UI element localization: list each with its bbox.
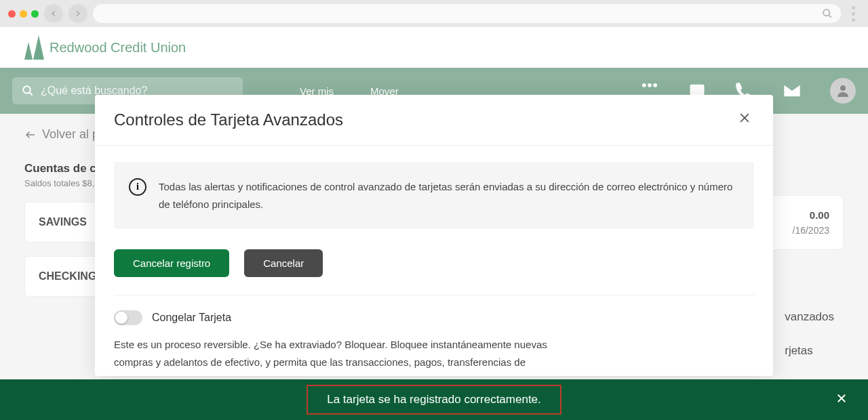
svg-line-1 [829,15,831,18]
window-controls[interactable] [8,10,39,18]
info-icon: i [129,178,146,196]
svg-line-3 [29,92,33,96]
browser-toolbar [0,0,868,27]
mail-icon[interactable] [783,81,802,100]
person-icon [835,83,851,99]
svg-point-2 [23,86,31,93]
svg-point-0 [823,9,829,16]
browser-menu-icon[interactable] [846,6,860,22]
url-bar[interactable] [93,4,841,23]
info-text: Todas las alertas y notificaciones de co… [159,178,739,213]
logo-text: Redwood Credit Union [50,40,186,56]
search-icon [822,8,833,19]
advanced-card-controls-modal: Controles de Tarjeta Avanzados i Todas l… [95,95,773,376]
svg-point-8 [840,85,846,91]
svg-point-5 [648,83,652,87]
back-arrow-icon[interactable] [44,4,63,23]
modal-actions: Cancelar registro Cancelar [114,249,754,295]
svg-point-4 [642,83,646,87]
forward-arrow-icon[interactable] [68,4,87,23]
modal-header: Controles de Tarjeta Avanzados [95,95,773,146]
modal-title: Controles de Tarjeta Avanzados [114,110,343,129]
freeze-card-row: Congelar Tarjeta [114,310,754,325]
logo-mark-icon [24,35,44,60]
link-avanzados[interactable]: vanzados [785,310,834,324]
cancel-registration-button[interactable]: Cancelar registro [114,249,229,277]
link-tarjetas[interactable]: rjetas [785,344,834,358]
toast-message: La tarjeta se ha registrado correctament… [307,385,561,415]
freeze-card-toggle[interactable] [114,310,142,325]
success-toast: La tarjeta se ha registrado correctament… [0,379,868,420]
balance-label: Saldos totales [24,178,82,188]
freeze-card-label: Congelar Tarjeta [152,312,231,324]
back-link-label: Volver al p [42,127,99,142]
svg-rect-7 [690,85,705,96]
logo[interactable]: Redwood Credit Union [24,35,186,60]
site-header: Redwood Credit Union [0,27,868,68]
arrow-left-icon [24,129,37,141]
info-box: i Todas las alertas y notificaciones de … [114,162,754,229]
avatar[interactable] [830,78,856,104]
close-icon[interactable] [735,108,754,131]
svg-point-6 [653,83,657,87]
freeze-card-description: Este es un proceso reversible. ¿Se ha ex… [114,336,548,371]
side-links: vanzados rjetas [785,310,834,378]
cancel-button[interactable]: Cancelar [244,249,323,277]
search-icon [22,85,34,97]
modal-body: i Todas las alertas y notificaciones de … [95,146,773,376]
toast-close-icon[interactable] [835,391,848,408]
